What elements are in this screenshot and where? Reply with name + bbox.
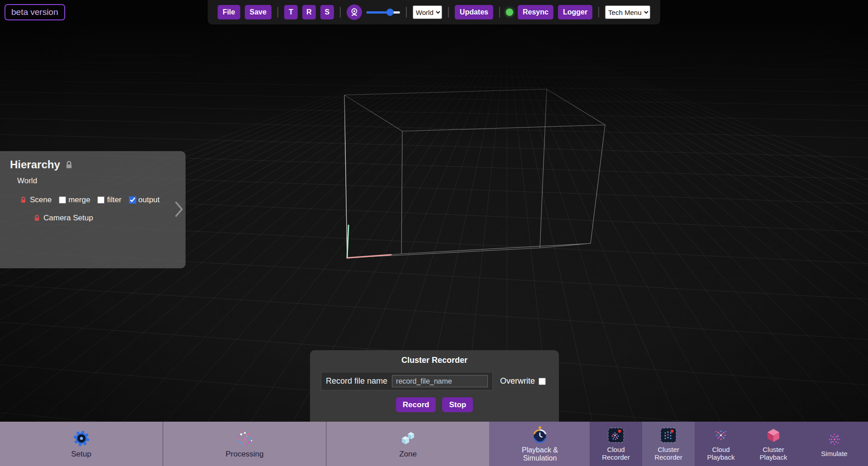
nav-cluster-recorder-label: Cluster Recorder	[648, 446, 689, 461]
merge-checkbox[interactable]	[59, 196, 66, 204]
camera-button[interactable]	[347, 5, 362, 20]
lock-icon	[65, 161, 73, 169]
stop-button[interactable]: Stop	[442, 397, 473, 412]
nav-processing-label: Processing	[225, 450, 263, 459]
nav-cloud-playback[interactable]: Cloud Playback	[695, 422, 747, 466]
record-file-name-label: Record file name	[326, 376, 387, 386]
overwrite-label: Overwrite	[500, 376, 535, 386]
nav-cloud-recorder-label: Cloud Recorder	[595, 446, 637, 461]
nav-simulate-label: Simulate	[821, 450, 847, 458]
filter-label: filter	[107, 195, 121, 204]
overwrite-checkbox[interactable]	[539, 378, 546, 385]
nav-playback-simulation[interactable]: Playback & Simulation	[490, 422, 590, 466]
toolbar-divider	[598, 7, 599, 18]
top-bar: beta version File Save T R S World Updat…	[0, 0, 868, 24]
toolbar-divider	[277, 7, 278, 18]
bottom-nav: Setup Processing Zone	[0, 422, 868, 466]
scale-button[interactable]: S	[320, 5, 334, 19]
hierarchy-node-scene[interactable]: Scene merge filter output	[20, 195, 186, 204]
record-file-name-input[interactable]	[392, 375, 488, 387]
nav-zone-label: Zone	[399, 450, 417, 459]
filter-checkbox[interactable]	[97, 196, 105, 204]
cluster-playback-cube-icon	[764, 426, 782, 444]
nav-playback-simulation-label: Playback & Simulation	[513, 446, 567, 463]
red-lock-icon[interactable]	[20, 196, 27, 204]
record-file-strip: Record file name	[321, 372, 493, 390]
main-toolbar: File Save T R S World Updates Resync Log…	[208, 0, 660, 24]
stopwatch-icon	[530, 425, 549, 444]
output-checkbox[interactable]	[129, 196, 136, 204]
red-lock-icon[interactable]	[33, 214, 40, 222]
hierarchy-node-camera-setup[interactable]: Camera Setup	[33, 214, 186, 223]
nav-cluster-recorder[interactable]: Cluster Recorder	[642, 422, 695, 466]
record-button[interactable]: Record	[396, 397, 436, 412]
logger-button[interactable]: Logger	[558, 5, 592, 19]
nav-processing[interactable]: Processing	[163, 422, 327, 466]
hierarchy-expand-button[interactable]	[175, 201, 184, 219]
camera-setup-label: Camera Setup	[43, 214, 93, 223]
scene-label: Scene	[30, 195, 52, 204]
toolbar-divider	[448, 7, 449, 18]
cloud-recorder-icon	[607, 426, 625, 444]
output-label: output	[138, 195, 160, 204]
cluster-recorder-title: Cluster Recorder	[310, 356, 559, 365]
toolbar-divider	[499, 7, 500, 18]
nav-cluster-playback-label: Cluster Playback	[753, 446, 794, 461]
beta-version-badge: beta version	[5, 4, 65, 20]
file-button[interactable]: File	[218, 5, 240, 19]
chevron-right-icon	[175, 201, 184, 217]
tech-menu-select[interactable]: Tech Menu	[605, 5, 650, 19]
cluster-recorder-icon	[659, 426, 677, 444]
world-select[interactable]: World	[413, 5, 442, 19]
nav-cloud-playback-label: Cloud Playback	[700, 446, 742, 461]
hierarchy-title: Hierarchy	[10, 158, 60, 171]
particle-burst-icon	[235, 429, 254, 448]
camera-slider[interactable]	[367, 8, 400, 16]
nav-setup[interactable]: Setup	[0, 422, 163, 466]
simulate-sphere-icon	[825, 430, 844, 448]
webcam-icon	[349, 7, 359, 17]
nav-cluster-playback[interactable]: Cluster Playback	[747, 422, 800, 466]
hierarchy-lock-button[interactable]	[65, 161, 73, 169]
hierarchy-panel: Hierarchy World Scene merge filter outpu…	[0, 151, 186, 268]
cluster-recorder-panel: Cluster Recorder Record file name Overwr…	[310, 350, 559, 422]
toolbar-divider	[340, 7, 341, 18]
nav-zone[interactable]: Zone	[327, 422, 490, 466]
cloud-playback-icon	[712, 426, 730, 444]
camera-slider-thumb[interactable]	[386, 9, 394, 16]
resync-button[interactable]: Resync	[518, 5, 553, 19]
merge-label: merge	[68, 195, 90, 204]
toolbar-divider	[406, 7, 407, 18]
hierarchy-node-world[interactable]: World	[17, 176, 186, 185]
rotate-button[interactable]: R	[302, 5, 316, 19]
status-indicator-dot	[506, 9, 513, 16]
save-button[interactable]: Save	[244, 5, 271, 19]
cubes-icon	[398, 429, 419, 448]
translate-button[interactable]: T	[284, 5, 298, 19]
nav-cloud-recorder[interactable]: Cloud Recorder	[590, 422, 642, 466]
nav-setup-label: Setup	[71, 450, 91, 459]
gear-icon	[72, 429, 91, 448]
axis-gizmo	[347, 225, 391, 258]
nav-simulate[interactable]: Simulate	[800, 422, 868, 466]
updates-button[interactable]: Updates	[455, 5, 493, 19]
